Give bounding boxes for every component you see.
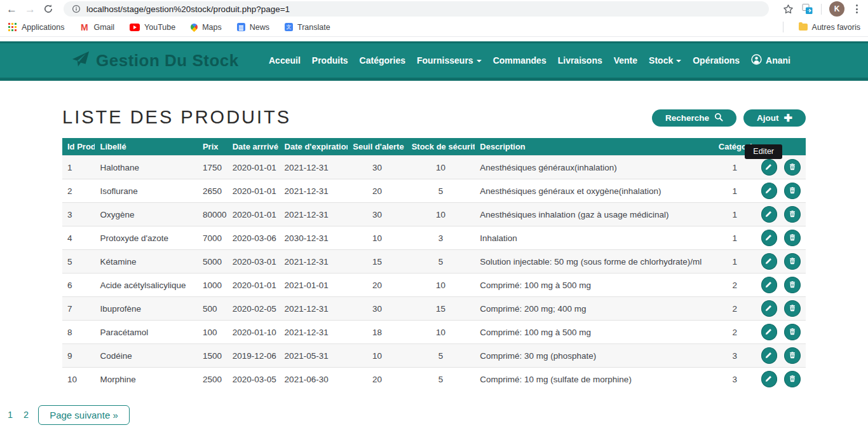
bookmark-star-icon[interactable] <box>783 4 794 15</box>
nav-item-user[interactable]: Anani <box>751 54 790 67</box>
cell-date-arrive: 2020-01-01 <box>227 203 280 226</box>
cell-categorie: 2 <box>714 274 756 297</box>
refresh-icon[interactable] <box>43 4 53 14</box>
edit-button[interactable] <box>761 159 778 176</box>
nav-item-commandes[interactable]: Commandes <box>493 55 546 66</box>
cell-date-arrive: 2019-12-06 <box>227 344 280 368</box>
delete-button[interactable] <box>784 277 801 293</box>
profile-avatar[interactable]: K <box>829 1 844 17</box>
nav-item-fournisseurs[interactable]: Fournisseurs <box>417 55 482 66</box>
bookmark-item[interactable]: YouTube <box>130 23 175 32</box>
table-row: 5 Kétamine 5000 2020-03-01 2021-12-31 15… <box>62 250 806 274</box>
news-icon <box>237 23 245 31</box>
delete-button[interactable] <box>784 347 801 364</box>
info-icon[interactable] <box>72 4 81 13</box>
cell-description: Anesthésiques généraux et oxygène(inhala… <box>475 179 714 203</box>
search-button-label: Recherche <box>665 113 709 123</box>
table-row: 3 Oxygène 80000 2020-01-01 2021-12-31 30… <box>62 203 806 226</box>
edit-button[interactable] <box>761 324 778 340</box>
nav-item-catégories[interactable]: Catégories <box>360 55 405 66</box>
cell-date-expiration: 2021-05-31 <box>280 344 348 368</box>
extension-icon[interactable] <box>801 3 813 15</box>
delete-button[interactable] <box>784 159 801 176</box>
edit-button[interactable] <box>761 300 778 317</box>
bookmark-item[interactable]: Translate <box>285 23 330 32</box>
cell-date-arrive: 2020-01-10 <box>227 321 280 344</box>
cell-libelle: Ibuprofène <box>95 297 197 321</box>
page-link-2[interactable]: 2 <box>22 410 30 420</box>
edit-button[interactable] <box>761 253 778 270</box>
cell-seuil-alerte: 10 <box>348 226 406 250</box>
cell-date-expiration: 2021-12-31 <box>280 250 348 274</box>
edit-button[interactable] <box>761 183 778 199</box>
forward-icon[interactable]: → <box>25 4 36 15</box>
cell-description: Inhalation <box>475 226 714 250</box>
folder-icon <box>799 24 808 31</box>
cell-categorie: 1 <box>714 203 756 226</box>
paper-plane-icon <box>71 50 90 71</box>
delete-button[interactable] <box>784 230 801 246</box>
delete-button[interactable] <box>784 324 801 340</box>
cell-stock-securite: 5 <box>407 344 475 368</box>
pencil-icon <box>765 163 773 172</box>
next-page-button[interactable]: Page suivante » <box>38 405 130 425</box>
bookmark-label: Maps <box>202 23 222 32</box>
url-text[interactable]: localhost/stage/gestion%20stock/produit.… <box>86 4 290 14</box>
cell-description: Anesthésiques inhalation (gaz à usage mé… <box>475 203 714 226</box>
cell-libelle: Kétamine <box>95 250 197 274</box>
bookmark-item[interactable]: Applications <box>8 22 64 32</box>
cell-prix: 2650 <box>198 179 227 203</box>
gmail-icon <box>79 22 89 32</box>
bookmark-label: Translate <box>297 23 330 32</box>
nav-item-label: Produits <box>312 55 348 66</box>
cell-date-expiration: 2021-12-31 <box>280 203 348 226</box>
cell-id: 9 <box>62 344 95 368</box>
address-bar[interactable]: localhost/stage/gestion%20stock/produit.… <box>64 1 769 17</box>
other-bookmarks[interactable]: Autres favoris <box>799 23 860 32</box>
cell-description: Anesthésiques généraux(inhalation) <box>475 156 714 179</box>
edit-button[interactable] <box>761 347 778 364</box>
nav-item-vente[interactable]: Vente <box>614 55 637 66</box>
cell-prix: 80000 <box>198 203 227 226</box>
cell-date-expiration: 2021-12-31 <box>280 297 348 321</box>
products-table: Id ProdLibelléPrixDate arrrivéDate d'exp… <box>62 138 806 391</box>
cell-libelle: Paracétamol <box>95 321 197 344</box>
pencil-icon <box>765 210 773 219</box>
bookmark-item[interactable]: Gmail <box>79 22 114 32</box>
delete-button[interactable] <box>784 183 801 199</box>
edit-button[interactable] <box>761 277 778 293</box>
table-row: 6 Acide acétylsalicylique 1000 2020-01-0… <box>62 274 806 297</box>
search-button[interactable]: Recherche <box>652 109 736 127</box>
browser-menu-icon[interactable] <box>852 4 862 13</box>
page-link-1[interactable]: 1 <box>6 410 14 420</box>
trash-icon <box>789 163 796 172</box>
back-icon[interactable]: ← <box>6 4 17 15</box>
column-header: Stock de sécurité <box>407 138 475 156</box>
column-header: Libellé <box>95 138 197 156</box>
column-header: Date d'expiration <box>280 138 348 156</box>
bookmark-item[interactable]: Maps <box>191 23 222 32</box>
delete-button[interactable] <box>784 253 801 270</box>
cell-id: 7 <box>62 297 95 321</box>
delete-button[interactable] <box>784 206 801 223</box>
table-row: 9 Codéine 1500 2019-12-06 2021-05-31 10 … <box>62 344 806 368</box>
cell-categorie: 3 <box>714 368 756 391</box>
edit-button[interactable] <box>761 371 778 387</box>
chevron-down-icon <box>676 60 681 62</box>
bookmark-item[interactable]: News <box>237 23 269 32</box>
delete-button[interactable] <box>784 371 801 387</box>
add-button[interactable]: Ajout ✚ <box>743 109 806 127</box>
nav-item-livraisons[interactable]: Livraisons <box>558 55 602 66</box>
nav-item-produits[interactable]: Produits <box>312 55 348 66</box>
table-row: 2 Isoflurane 2650 2020-01-01 2021-12-31 … <box>62 179 806 203</box>
nav-item-stock[interactable]: Stock <box>649 55 681 66</box>
nav-item-acceuil[interactable]: Acceuil <box>269 55 301 66</box>
nav-item-opérations[interactable]: Opérations <box>693 55 740 66</box>
cell-prix: 5000 <box>198 250 227 274</box>
edit-button[interactable] <box>761 230 778 246</box>
edit-button[interactable] <box>761 206 778 223</box>
pencil-icon <box>765 281 773 290</box>
delete-button[interactable] <box>784 300 801 317</box>
brand-logo[interactable]: Gestion Du Stock <box>71 50 239 71</box>
cell-prix: 2500 <box>198 368 227 391</box>
